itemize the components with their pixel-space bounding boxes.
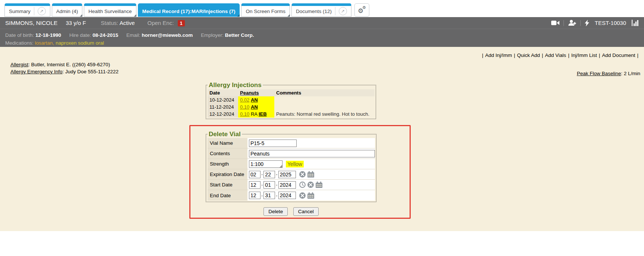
reaction-plain: RA (251, 111, 257, 117)
medications-label: Medications: (5, 40, 34, 46)
peak-flow-value: : 2 L/min (621, 71, 640, 76)
popout-arrow-icon: ↗ (38, 7, 46, 15)
table-header-row: Date Peanuts Comments (208, 89, 375, 96)
clear-date-icon[interactable] (299, 171, 306, 177)
reaction-code-link[interactable]: AN (251, 104, 258, 110)
end-month-input[interactable] (249, 192, 261, 199)
medication-link-losartan[interactable]: losartan (35, 40, 53, 46)
tab-fold-icon (80, 14, 82, 17)
lightning-icon[interactable] (585, 20, 589, 26)
table-row: 12-12-2024 0.10 RA IEB Peanuts: Normal r… (208, 111, 375, 118)
action-links: |Add Inj/Imm|Quick Add|Add Vials|Inj/Imm… (480, 52, 640, 58)
settings-button[interactable]: ⚙ ⚙ (354, 3, 369, 17)
delete-button[interactable]: Delete (263, 207, 288, 216)
link-add-inj-imm[interactable]: Add Inj/Imm (485, 52, 512, 58)
employer-value: Better Corp. (225, 32, 254, 38)
medication-link-naproxen[interactable]: naproxen sodium oral (56, 40, 104, 46)
end-day-input[interactable] (263, 192, 275, 199)
injection-comment (274, 96, 375, 103)
tab-summary[interactable]: Summary ↗ (4, 3, 50, 17)
calendar-icon[interactable] (307, 192, 314, 199)
peak-flow-link[interactable]: Peak Flow Baseline (577, 71, 621, 76)
table-row: 10-12-2024 0.02 AN (208, 96, 375, 103)
form-row-start-date: Start Date -- (208, 180, 375, 190)
contents-input[interactable] (249, 150, 375, 157)
link-add-document[interactable]: Add Document (602, 52, 635, 58)
strength-color-highlight: Yellow (286, 161, 304, 167)
tab-documents-label: Documents (12) (296, 9, 332, 14)
pipe-separator: | (514, 52, 515, 58)
expiration-day-input[interactable] (263, 171, 275, 178)
bar-chart-icon[interactable] (632, 20, 639, 26)
reaction-code-link[interactable]: AN (251, 97, 258, 103)
tab-summary-popout[interactable]: ↗ (34, 7, 46, 15)
video-camera-icon[interactable] (551, 20, 559, 26)
form-row-strength: Strength Yellow (208, 159, 375, 169)
dose-link[interactable]: 0.02 (240, 97, 249, 103)
allergist-value: : Butler, Internist E. ((260) 459-6270) (28, 62, 110, 67)
link-add-vials[interactable]: Add Vials (545, 52, 566, 58)
reaction-code-link[interactable]: IEB (259, 111, 267, 117)
delete-vial-title: Delete Vial (208, 131, 242, 138)
strength-label: Strength (208, 159, 247, 169)
tab-admin-label: Admin (4) (56, 9, 78, 14)
tab-medical-record[interactable]: Medical Record (17):MAR/Injections (7) (138, 3, 240, 17)
main-content: |Add Inj/Imm|Quick Add|Add Vials|Inj/Imm… (0, 47, 644, 231)
dose-link[interactable]: 0.10 (240, 104, 249, 110)
demographics-bar: Date of birth: 12-18-1990 Hire date: 08-… (0, 29, 644, 47)
expiration-month-input[interactable] (249, 171, 261, 178)
cancel-button[interactable]: Cancel (293, 207, 319, 216)
tab-health-surveillance-label: Health Surveillance (88, 9, 132, 14)
form-row-vial-name: Vial Name (208, 138, 375, 148)
expiration-date-label: Expiration Date (208, 169, 247, 179)
start-month-input[interactable] (249, 181, 261, 189)
tab-on-screen-forms[interactable]: On Screen Forms (241, 3, 290, 17)
start-year-input[interactable] (278, 181, 296, 189)
pipe-separator: | (482, 52, 483, 58)
calendar-icon[interactable] (307, 171, 314, 177)
add-user-icon[interactable] (568, 20, 576, 26)
end-date-label: End Date (208, 190, 247, 201)
injection-comment (274, 103, 375, 111)
email-value: horner@mieweb.com (142, 32, 193, 38)
dose-link[interactable]: 0.10 (240, 111, 249, 117)
link-inj-imm-list[interactable]: Inj/Imm List (571, 52, 597, 58)
gear-icon: ⚙ (362, 5, 366, 10)
tab-health-surveillance[interactable]: Health Surveillance (84, 3, 136, 17)
vial-name-input[interactable] (249, 140, 297, 147)
end-year-input[interactable] (278, 192, 296, 199)
tab-on-screen-forms-label: On Screen Forms (246, 9, 285, 14)
expiration-year-input[interactable] (278, 171, 296, 178)
divider (580, 20, 581, 26)
link-quick-add[interactable]: Quick Add (517, 52, 540, 58)
page-bottom (0, 231, 644, 256)
pipe-separator: | (637, 52, 638, 58)
allergy-emergency-link[interactable]: Allergy Emergency Info (10, 69, 63, 74)
dob-label: Date of birth: (5, 32, 34, 38)
allergist-link[interactable]: Allergist (10, 62, 28, 67)
tab-admin[interactable]: Admin (4) (52, 3, 83, 17)
open-enc-badge[interactable]: 1 (178, 20, 185, 26)
allergy-injections-panel: Allergy Injections Date Peanuts Comments… (206, 81, 376, 119)
tab-bar: Summary ↗ Admin (4) Health Surveillance … (0, 0, 644, 17)
delete-vial-panel: Delete Vial Vial Name Contents Strength … (206, 131, 377, 202)
clear-date-icon[interactable] (307, 182, 314, 188)
divider (564, 20, 564, 26)
allergy-emergency-value: : Judy Doe 555-111-2222 (63, 69, 119, 74)
open-enc-label: Open Enc: (148, 20, 174, 26)
clear-date-icon[interactable] (299, 192, 306, 199)
injection-date: 10-12-2024 (208, 96, 238, 103)
peanuts-header-link[interactable]: Peanuts (240, 90, 259, 96)
calendar-icon[interactable] (316, 182, 322, 188)
dob-value: 12-18-1990 (35, 32, 61, 38)
pipe-separator: | (542, 52, 543, 58)
date-separator: - (261, 172, 263, 177)
injection-dose-cell: 0.10 AN (238, 103, 274, 111)
tab-documents-popout[interactable]: ↗ (335, 7, 347, 15)
strength-input[interactable] (249, 160, 282, 168)
medications-line: Medications: losartan, naproxen sodium o… (5, 39, 639, 47)
tab-documents[interactable]: Documents (12) ↗ (291, 3, 351, 17)
start-day-input[interactable] (263, 181, 275, 189)
tab-fold-icon (134, 14, 136, 17)
clock-icon[interactable] (299, 182, 306, 188)
